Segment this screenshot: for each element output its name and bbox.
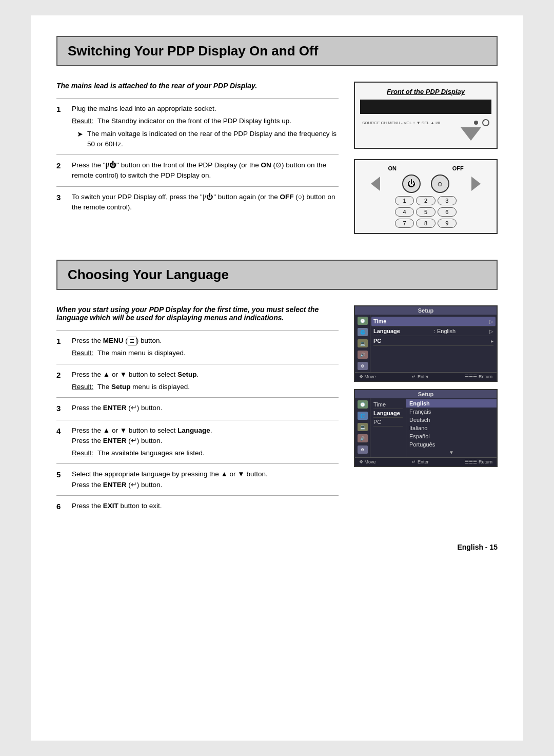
step-2-content: Press the "|/⏻" button on the front of t… — [72, 160, 339, 181]
btn-2: 2 — [416, 196, 435, 205]
s2-step-1-content: Press the MENU (☰) button. Result: The m… — [72, 336, 339, 359]
lang-deutsch: Deutsch — [406, 416, 497, 424]
s2-step-6-content: Press the EXIT button to exit. — [72, 501, 339, 513]
s2-step-4-result-text: The available languages are listed. — [97, 448, 205, 458]
page-number-text: English - 15 — [457, 543, 498, 551]
number-grid: 1 2 3 4 5 6 7 8 9 — [395, 196, 457, 228]
language-arrow: ▷ — [489, 328, 493, 334]
left-arrow-container — [371, 177, 380, 191]
s2-step-5: 5 Select the appropriate language by pre… — [56, 463, 339, 495]
result-label-1: Result: — [72, 348, 93, 358]
setup-row-language: Language : English ▷ — [373, 326, 493, 336]
footer-return-1: ☰☰☰ Return — [465, 374, 492, 379]
s2-step-3-num: 3 — [56, 403, 66, 415]
s2-step-4-content: Press the ▲ or ▼ button to select Langua… — [72, 425, 339, 459]
front-arrow-down — [461, 127, 481, 141]
btn-1: 1 — [395, 196, 414, 205]
step-1-num: 1 — [56, 104, 66, 149]
s2-step-2-result: Result: The Setup menu is displayed. — [72, 382, 339, 392]
btn-4: 4 — [395, 207, 414, 217]
s2-step-6: 6 Press the EXIT button to exit. — [56, 495, 339, 518]
step-3: 3 To switch your PDP Display off, press … — [56, 186, 339, 218]
s2-step-4-num: 4 — [56, 425, 66, 459]
s2-step-2-num: 2 — [56, 370, 66, 393]
page-number: English - 15 — [56, 538, 498, 551]
icon-gear: ⚙ — [358, 362, 368, 370]
setup-menu-2: Setup 🕐 🌐 💻 🔊 ⚙ Time Language PC — [354, 389, 498, 467]
step-1-text: Plug the mains lead into an appropriate … — [72, 105, 216, 112]
setup-menu-1-header: Setup — [355, 306, 497, 315]
icon-globe-2: 🌐 — [358, 412, 368, 420]
setup-icons-1: 🕐 🌐 💻 🔊 ⚙ — [355, 315, 370, 372]
s2-step-1-result: Result: The main menu is displayed. — [72, 348, 339, 358]
s2-step-5-content: Select the appropriate language by press… — [72, 469, 339, 490]
step-1: 1 Plug the mains lead into an appropriat… — [56, 98, 339, 154]
section2-right: Setup 🕐 🌐 💻 🔊 ⚙ Time ▷ — [354, 305, 498, 517]
section1-left: The mains lead is attached to the rear o… — [56, 82, 339, 234]
icon-clock-2: 🕐 — [358, 400, 368, 409]
off-button: ○ — [431, 175, 449, 193]
s2-step-2: 2 Press the ▲ or ▼ button to select Setu… — [56, 364, 339, 398]
display-arrow-area — [360, 127, 491, 143]
btn-7: 7 — [395, 219, 414, 228]
lang-icons: 🕐 🌐 💻 🔊 ⚙ — [355, 398, 370, 457]
menu-icon: ☰ — [128, 337, 136, 345]
s2-step-3: 3 Press the ENTER (↵) button. — [56, 397, 339, 420]
step-1-result: Result: The Standby indicator on the fro… — [72, 116, 339, 126]
lang-row-pc: PC — [373, 418, 403, 427]
footer-move-2: ❖ Move — [359, 459, 376, 464]
icon-gear-2: ⚙ — [358, 445, 368, 454]
section1-right: Front of the PDP Display SOURCE CH MENU … — [354, 82, 498, 234]
lang-left-col: Time Language PC — [370, 398, 406, 457]
icon-globe: 🌐 — [358, 328, 368, 336]
result-label-4: Result: — [72, 448, 93, 458]
display-circle — [482, 119, 489, 126]
step-1-note-text: The main voltage is indicated on the rea… — [87, 129, 339, 150]
icon-pc: 💻 — [358, 339, 368, 347]
btn-5: 5 — [416, 207, 435, 217]
lang-row-language: Language — [373, 409, 403, 418]
section1-title: Switching Your PDP Display On and Off — [56, 36, 498, 66]
page: Switching Your PDP Display On and Off Th… — [31, 15, 523, 741]
s2-step-5-num: 5 — [56, 469, 66, 490]
s2-step-3-content: Press the ENTER (↵) button. — [72, 403, 339, 415]
section2: Choosing Your Language When you start us… — [56, 260, 498, 517]
off-label: OFF — [452, 165, 464, 171]
lang-more-arrow: ▼ — [406, 449, 497, 456]
time-arrow: ▷ — [489, 319, 493, 324]
language-label: Language — [373, 328, 400, 334]
footer-move-1: ❖ Move — [359, 374, 376, 379]
remote-buttons-row: ⏻ ○ — [360, 175, 491, 193]
front-display-title: Front of the PDP Display — [360, 88, 491, 95]
pc-arrow: ▸ — [491, 338, 493, 344]
result-label-2: Result: — [72, 382, 93, 392]
time-label: Time — [373, 318, 386, 324]
btn-9: 9 — [438, 219, 457, 228]
step-1-note: ➤ The main voltage is indicated on the r… — [72, 129, 339, 150]
footer-return-2: ☰☰☰ Return — [465, 459, 492, 464]
section2-title: Choosing Your Language — [56, 260, 498, 290]
left-arrow — [371, 177, 380, 191]
lang-italiano: Italiano — [406, 424, 497, 432]
footer-enter-2: ↵ Enter — [412, 459, 428, 464]
power-buttons: ⏻ ○ — [402, 175, 449, 193]
lang-espanol: Español — [406, 432, 497, 440]
on-button: ⏻ — [402, 175, 421, 193]
s2-step-1-result-text: The main menu is displayed. — [97, 348, 186, 358]
btn-8: 8 — [416, 219, 435, 228]
s2-step-4: 4 Press the ▲ or ▼ button to select Lang… — [56, 420, 339, 464]
section1: Switching Your PDP Display On and Off Th… — [56, 36, 498, 234]
step-1-content: Plug the mains lead into an appropriate … — [72, 104, 339, 149]
language-value: : English — [434, 328, 456, 334]
step-1-result-text: The Standby indicator on the front of th… — [97, 116, 291, 126]
setup-menu-1: Setup 🕐 🌐 💻 🔊 ⚙ Time ▷ — [354, 305, 498, 382]
step-2: 2 Press the "|/⏻" button on the front of… — [56, 154, 339, 186]
on-label: ON — [388, 165, 397, 171]
s2-step-4-result: Result: The available languages are list… — [72, 448, 339, 458]
s2-step-1-num: 1 — [56, 336, 66, 359]
result-label: Result: — [72, 116, 93, 126]
setup-menu-1-content: Time ▷ Language : English ▷ PC ▸ — [370, 315, 497, 372]
pc-label: PC — [373, 338, 381, 344]
icon-speaker: 🔊 — [358, 351, 368, 359]
display-dot — [474, 121, 478, 125]
